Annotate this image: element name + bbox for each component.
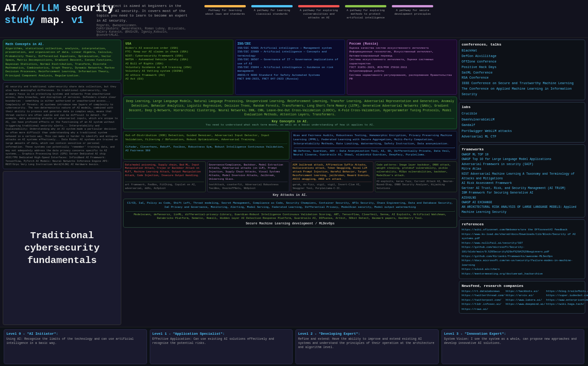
middle-column: USA Biden's AI executive order (USA) FTC… bbox=[123, 40, 457, 325]
conferences-panel: conferences, talks BlackHat DefCon Aivil… bbox=[459, 40, 585, 100]
newsfeed-col1: https://rt.datalabsnews https://twittert… bbox=[462, 289, 505, 307]
level-2-title: Level 2 - "Developing Expert": bbox=[298, 332, 436, 336]
lab-adversarial[interactable]: Adversarial ML CTF bbox=[462, 134, 582, 140]
logo-map: map. bbox=[35, 15, 65, 26]
level-3: Level 3 - "Innovation Expert": System Vi… bbox=[441, 329, 585, 364]
iso-reg-items: ISO/IEC 42001 Artificial intelligence — … bbox=[237, 46, 343, 81]
logo-ml: ML/ bbox=[23, 3, 41, 14]
pathway-3: A pathway for exploring vulnerabilities … bbox=[298, 5, 339, 19]
attack-4-tools: AI-exploits, keras fuzz, Current Attack … bbox=[377, 178, 456, 190]
newsfeed-col2: https://hackbots.ai/ https://arxiv.ai/ h… bbox=[506, 289, 545, 307]
level-0-title: Level 0 - "AI Initiator": bbox=[6, 332, 144, 336]
conferences-title: conferences, talks bbox=[462, 42, 582, 46]
key-concepts-panel: Deep Learning, Large Language Models, Na… bbox=[123, 97, 457, 129]
math-concepts-panel: Math Concepts in AI. Algorithms, statist… bbox=[3, 40, 121, 80]
page-wrapper: AI/ML/LLM security study map. v1 This pr… bbox=[0, 0, 588, 366]
conf-applied[interactable]: The Conference on Applied Machine Learni… bbox=[462, 86, 582, 97]
secure-ml-content: CI/CD, IaC, Policy as Code, Shift Left, … bbox=[125, 201, 455, 209]
header: AI/ML/LLM security study map. v1 This pr… bbox=[0, 0, 588, 38]
conf-positivehack[interactable]: Positive Hack Days bbox=[462, 65, 582, 70]
attack-1-tools: art framework, FooBox, FitChing, Copilet… bbox=[125, 182, 204, 190]
attacks-grid: Data/model poisoning, Supply chain, Bad … bbox=[123, 161, 457, 192]
level-1-content: Effective Application: Can use existing … bbox=[153, 337, 290, 345]
attack-2-tools: textAttack, counterfit, Adversarial Robu… bbox=[209, 182, 288, 190]
frameworks-title: frameworks bbox=[462, 147, 582, 151]
level-0: Level 0 - "AI Initiator": Using AI: Reco… bbox=[4, 329, 147, 364]
bias-fairness-panel: Bias and Fairness Audits, Robustness Tes… bbox=[291, 131, 458, 160]
conf-satml[interactable]: SatML Conference bbox=[462, 70, 582, 76]
lab-daen[interactable]: DaenVulnerableLLM bbox=[462, 117, 582, 123]
key-concepts-title: Key Concepts in AI. bbox=[126, 118, 454, 123]
conf-blackhat[interactable]: BlackHat bbox=[462, 48, 582, 54]
russia-regulations: Россия (Russia) Оценка качества систем и… bbox=[347, 40, 457, 95]
key-concepts-note: You need to understand what each term me… bbox=[126, 123, 454, 126]
frameworks-list: OWASP ML TOP 10 OWASP Top 10 for Large L… bbox=[462, 153, 582, 215]
ai-privacy-panel: AI security and traditional cybersecurit… bbox=[3, 82, 121, 169]
us-reg-items: Biden's AI executive order (USA) FTC: Ke… bbox=[125, 46, 231, 81]
russia-reg-title: Россия (Russia) bbox=[349, 42, 455, 46]
header-description: This project is aimed at beginners in th… bbox=[96, 4, 188, 23]
math-concepts-content: Algorithms, statistical collection, anal… bbox=[6, 47, 119, 78]
logo-line2: study map. v1 bbox=[5, 15, 87, 27]
attack-box-1: Data/model poisoning, Supply chain, Bad … bbox=[123, 161, 206, 192]
ood-defense-content: Out-of-Distribution (OOD) Detection, Gui… bbox=[125, 133, 287, 142]
secure-ml-panel: CI/CD, IaC, Policy as Code, Shift Left, … bbox=[123, 199, 457, 228]
pathway-2: A pathway for learning classical standar… bbox=[251, 5, 293, 16]
level-3-content: System Vision: I see the system as a who… bbox=[444, 337, 582, 345]
logo-version: v1 bbox=[65, 15, 84, 26]
math-concepts-title: Math Concepts in AI. bbox=[6, 42, 119, 46]
russia-reg-items: Оценка качества систем искусственного ин… bbox=[349, 46, 455, 81]
conferences-list: BlackHat DefCon Aivillitage OffZone conf… bbox=[462, 48, 582, 97]
pathway-5: A pathway for secure development princip… bbox=[392, 5, 433, 16]
logo-study: study bbox=[5, 15, 35, 26]
bias-fairness-content: Bias and Fairness Audits, Robustness Tes… bbox=[294, 133, 455, 146]
level-1-title: Level 1 - "Application Specialist": bbox=[153, 332, 290, 336]
level-2-content: Refine and extend: Have the ability to i… bbox=[298, 337, 436, 349]
attack-box-4: Code patterns: Image layer backdoor, ONN… bbox=[375, 161, 458, 192]
ood-tools: Cifadar, Cleverhans, Rebuff, Foolbox, Ro… bbox=[125, 145, 287, 153]
newsfeed-title: Newsfeed, research companies bbox=[462, 284, 582, 288]
logo-llm: LLM bbox=[41, 3, 59, 14]
left-column: Math Concepts in AI. Algorithms, statist… bbox=[3, 40, 121, 325]
references-title: references bbox=[462, 222, 582, 226]
attacks-title: Key Attacks in AI. bbox=[123, 193, 457, 197]
traditional-cyber-text: Traditional cybersecurity fundamentals bbox=[8, 229, 116, 267]
newsfeed-extra[interactable]: https://rows.ai/ bbox=[462, 308, 582, 311]
security-topics-row: Out-of-Distribution (OOD) Detection, Gui… bbox=[123, 131, 457, 160]
attack-box-2: Governance/Compliance, Backdoor, Model E… bbox=[207, 161, 290, 192]
us-reg-title: USA bbox=[125, 42, 231, 46]
labs-panel: labs Crucible DaenVulnerableLLM Gandalf … bbox=[459, 102, 585, 143]
level-2: Level 2 - "Developing Expert": Refine an… bbox=[295, 329, 439, 364]
traditional-cyber-panel: Traditional cybersecurity fundamentals bbox=[3, 171, 121, 325]
right-column: conferences, talks BlackHat DefCon Aivil… bbox=[459, 40, 585, 325]
secure-ml-title: Secure Machine Learning development / ML… bbox=[125, 222, 455, 225]
lab-portswigger[interactable]: PortSwigger WebLLM attacks bbox=[462, 128, 582, 134]
lab-crucible[interactable]: Crucible bbox=[462, 111, 582, 117]
level-3-title: Level 3 - "Innovation Expert": bbox=[444, 332, 582, 336]
header-contributors: Contributors: @wearehacks, Roman Luboy, … bbox=[96, 27, 188, 37]
newsfeed-grid: https://rt.datalabsnews https://twittert… bbox=[462, 289, 582, 307]
secure-ml-tools: Modelscann, defensorzz, linML, different… bbox=[125, 213, 455, 221]
conf-defcon[interactable]: DefCon Aivillitage bbox=[462, 54, 582, 59]
references-panel: references https://wiki.ofizonnet.com/We… bbox=[459, 219, 585, 279]
lab-gandalf[interactable]: Gandalf bbox=[462, 122, 582, 128]
newsfeed-panel: Newsfeed, research companies https://rt.… bbox=[459, 281, 585, 314]
attack-3-content: AIM Jailbreak attack, Affirmative Suffix… bbox=[293, 163, 372, 181]
main-body: Math Concepts in AI. Algorithms, statist… bbox=[0, 38, 588, 327]
pathway-4: A pathway for exploring methods to prote… bbox=[345, 5, 386, 19]
attack-box-3: AIM Jailbreak attack, Affirmative Suffix… bbox=[291, 161, 373, 192]
ood-defense-panel: Out-of-Distribution (OOD) Detection, Gui… bbox=[123, 131, 289, 160]
labs-title: labs bbox=[462, 105, 582, 109]
conf-offzone[interactable]: OffZone conference bbox=[462, 59, 582, 65]
header-regards: Regards, @weaponizomen. bbox=[96, 24, 188, 27]
key-concepts-content: Deep Learning, Large Language Models, Na… bbox=[126, 99, 454, 117]
attack-4-content: Code patterns: Image layer backdoor, ONN… bbox=[377, 163, 456, 177]
attack-1-content: Data/model poisoning, Supply chain, Bad … bbox=[125, 163, 204, 177]
bias-tools: NB-Defense, Guardian, ARX — Data Anonymi… bbox=[294, 149, 455, 157]
level-0-content: Using AI: Recognise the limits of the te… bbox=[6, 337, 144, 345]
conf-ieee[interactable]: IEEE Conference on Secure and Trustworth… bbox=[462, 81, 582, 86]
iso-reg-title: ISO/IEC bbox=[237, 42, 343, 46]
references-list: https://wiki.ofizonnet.com/Websmore/are … bbox=[462, 228, 582, 276]
regulations-row: USA Biden's AI executive order (USA) FTC… bbox=[123, 40, 457, 95]
conf-rsa[interactable]: RSA Conference bbox=[462, 75, 582, 81]
